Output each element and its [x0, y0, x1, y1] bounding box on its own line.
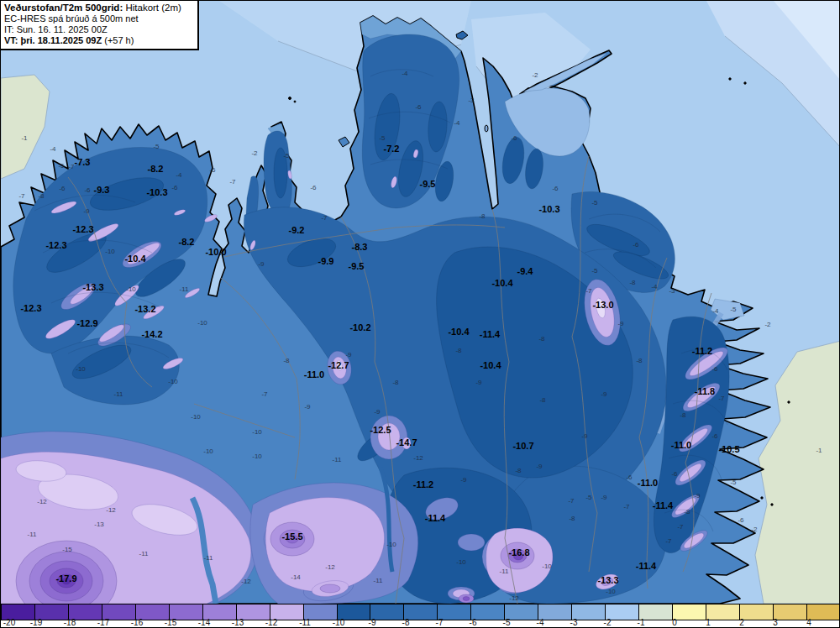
colorbar-tick: -2 — [604, 619, 612, 627]
contour-value-label: -8 — [636, 357, 643, 364]
contour-value-label: -11 — [333, 456, 343, 463]
contour-value-label: -6 — [738, 516, 744, 524]
valid-time: VT: þri. 18.11.2025 09Z — [4, 35, 102, 45]
contour-value-label: -7 — [229, 178, 236, 186]
contour-value-label: -2 — [532, 71, 538, 79]
colorbar-tick: 2 — [739, 619, 744, 627]
temp-value-label: -8.2 — [148, 164, 164, 174]
contour-value-label: -9 — [475, 379, 482, 386]
temp-value-label: -10.4 — [124, 254, 146, 264]
contour-value-label: -8 — [515, 467, 522, 474]
contour-value-label: -7 — [321, 214, 328, 222]
contour-value-label: -11 — [374, 577, 384, 584]
temp-value-label: -11.8 — [695, 386, 715, 396]
contour-value-label: -7 — [261, 390, 268, 398]
contour-value-label: -10 — [168, 378, 178, 385]
colorbar-tick: -14 — [198, 619, 210, 627]
contour-value-label: -10 — [606, 588, 616, 595]
temp-value-label: -11.4 — [425, 513, 446, 523]
contour-value-label: -6 — [171, 184, 178, 191]
temp-value-label: -12.9 — [76, 318, 97, 328]
contour-value-label: -12 — [106, 506, 116, 514]
colorbar-tick: -18 — [64, 619, 76, 627]
contour-value-label: -4 — [712, 307, 719, 315]
colorbar-cell — [807, 604, 840, 620]
contour-value-label: -6 — [59, 185, 66, 192]
contour-value-label: -8 — [479, 212, 486, 220]
contour-value-label: -11 — [114, 390, 124, 398]
contour-value-label: -8 — [538, 335, 545, 343]
temp-value-label: -11.4 — [653, 500, 674, 510]
colorbar-tick: -16 — [131, 619, 143, 627]
contour-value-label: -11 — [204, 554, 214, 562]
colorbar-tick: 4 — [806, 619, 811, 627]
colorbar-tick: -19 — [30, 619, 42, 627]
temp-value-label: -13.3 — [597, 575, 618, 585]
temp-value-label: -14.2 — [141, 329, 162, 339]
contour-value-label: -15 — [62, 546, 72, 553]
temp-value-label: -10.2 — [349, 322, 370, 332]
contour-value-label: -6 — [552, 185, 559, 192]
contour-value-label: -5 — [730, 306, 737, 313]
contour-value-label: -7 — [18, 192, 25, 200]
contour-value-label: -3 — [669, 287, 675, 295]
contour-value-label: -9 — [601, 390, 607, 398]
temp-value-label: -8.2 — [179, 237, 195, 247]
temp-value-label: -12.3 — [20, 303, 41, 313]
contour-value-label: -6 — [209, 166, 216, 174]
contour-value-label: -10 — [386, 541, 396, 548]
colorbar-tick: -20 — [3, 619, 15, 627]
colorbar-tick: -1 — [638, 619, 645, 627]
contour-value-label: -8 — [539, 396, 546, 404]
colorbar-tick: -5 — [503, 619, 511, 627]
colorbar-tick: 0 — [672, 619, 677, 627]
temp-value-label: -10.7 — [512, 441, 533, 451]
temp-value-label: -10.3 — [146, 187, 167, 197]
contour-value-label: -2 — [751, 526, 758, 533]
temperature-colorbar — [1, 604, 840, 620]
temp-value-label: -9.5 — [420, 179, 436, 189]
temp-value-label: -9.2 — [289, 225, 305, 235]
model-description: EC-HRES spá brúuð á 500m net — [4, 13, 194, 24]
contour-value-label: -8 — [283, 357, 290, 364]
contour-value-label: -7 — [568, 497, 575, 505]
contour-value-label: -6 — [711, 365, 718, 373]
init-time: IT: Sun. 16. 11. 2025 00Z — [4, 24, 194, 35]
contour-value-label: -9 — [601, 494, 607, 501]
contour-value-label: -10 — [126, 285, 136, 293]
temp-value-label: -10.4 — [448, 327, 470, 337]
contour-value-label: -6 — [415, 103, 422, 111]
colorbar-tick: -7 — [436, 619, 444, 627]
contour-value-label: -6 — [633, 241, 639, 249]
contour-value-label: -10 — [542, 563, 552, 570]
temp-value-label: -10.4 — [480, 360, 501, 370]
contour-value-label: -8 — [629, 279, 636, 286]
lead-time: (+57 h) — [102, 35, 134, 45]
colorbar-tick: -12 — [265, 619, 277, 627]
contour-value-label: -9 — [258, 260, 265, 268]
contour-value-label: -13 — [94, 521, 104, 528]
colorbar-tick: 1 — [706, 619, 711, 627]
temp-value-label: -7.3 — [75, 157, 91, 167]
valid-time-line: VT: þri. 18.11.2025 09Z (+57 h) — [4, 35, 194, 46]
contour-value-label: -12 — [37, 498, 47, 505]
colorbar-cell — [774, 604, 807, 620]
temp-value-label: -17.9 — [55, 573, 76, 584]
temp-value-label: -10.5 — [718, 444, 739, 454]
contour-value-label: -7 — [623, 503, 630, 510]
temp-value-label: -13.3 — [82, 282, 103, 292]
temp-value-label: -11.2 — [692, 346, 712, 356]
colorbar-tick: -3 — [570, 619, 578, 627]
contour-value-label: -5 — [591, 267, 598, 275]
temp-value-label: -11.2 — [413, 479, 433, 489]
contour-value-label: -7 — [665, 537, 672, 545]
colorbar-cell — [673, 604, 706, 620]
colorbar-tick: -17 — [97, 619, 109, 627]
contour-value-label: -6 — [626, 474, 633, 481]
contour-value-label: -6 — [671, 470, 678, 478]
contour-value-label: -6 — [511, 134, 517, 142]
contour-value-label: -9 — [536, 463, 543, 470]
contour-value-label: -12 — [413, 454, 423, 462]
contour-value-label: -9 — [304, 403, 311, 411]
temp-value-label: -14.7 — [396, 437, 417, 447]
